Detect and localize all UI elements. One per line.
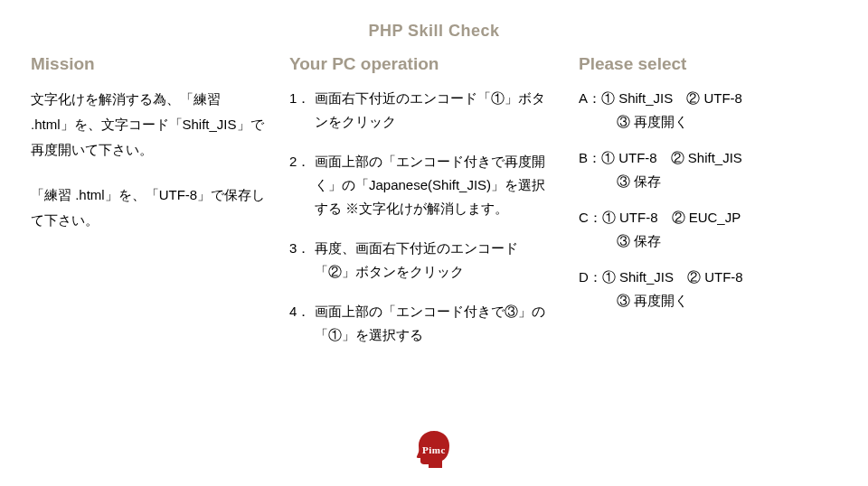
mission-paragraph: 「練習 .html」を、「UTF-8」で保存して下さい。 (31, 182, 266, 233)
option-line1: ① UTF-8 ② EUC_JP (602, 210, 741, 225)
select-option-c[interactable]: C：① UTF-8 ② EUC_JP ③ 保存 (579, 206, 841, 253)
option-line2: ③ 保存 (579, 170, 841, 193)
operations-heading: Your PC operation (289, 54, 552, 74)
page: PHP Skill Check Mission 文字化けを解消する為、「練習 .… (0, 0, 868, 486)
option-line1: ① Shift_JIS ② UTF-8 (602, 269, 743, 285)
option-line1: ① Shift_JIS ② UTF-8 (601, 90, 742, 106)
select-options-list: A：① Shift_JIS ② UTF-8 ③ 再度開く B：① UTF-8 ②… (579, 87, 841, 313)
option-line2: ③ 再度開く (579, 289, 841, 313)
select-option-b[interactable]: B：① UTF-8 ② Shift_JIS ③ 保存 (579, 146, 841, 193)
option-label: D： (579, 269, 602, 285)
operations-column: Your PC operation 画面右下付近のエンコード「①」ボタンをクリッ… (289, 54, 552, 363)
page-title: PHP Skill Check (0, 22, 868, 41)
operations-item: 画面右下付近のエンコード「①」ボタンをクリック (315, 87, 552, 134)
option-label: B： (579, 150, 601, 165)
option-line2: ③ 再度開く (579, 110, 841, 134)
option-line1: ① UTF-8 ② Shift_JIS (601, 150, 742, 165)
mission-body: 文字化けを解消する為、「練習 .html」を、文字コード「Shift_JIS」で… (31, 87, 266, 233)
pimc-head-icon: Pimc (411, 428, 457, 470)
select-option-a[interactable]: A：① Shift_JIS ② UTF-8 ③ 再度開く (579, 87, 841, 134)
select-heading: Please select (579, 54, 841, 74)
operations-item: 画面上部の「エンコード付きで再度開く」の「Japanese(Shift_JIS)… (315, 150, 552, 220)
mission-paragraph: 文字化けを解消する為、「練習 .html」を、文字コード「Shift_JIS」で… (31, 87, 266, 163)
mission-heading: Mission (31, 54, 266, 74)
operations-item: 画面上部の「エンコード付きで③」の「①」を選択する (315, 300, 552, 347)
select-option-d[interactable]: D：① Shift_JIS ② UTF-8 ③ 再度開く (579, 266, 841, 313)
operations-item: 再度、画面右下付近のエンコード「②」ボタンをクリック (315, 237, 552, 284)
mission-column: Mission 文字化けを解消する為、「練習 .html」を、文字コード「Shi… (31, 54, 266, 253)
select-column: Please select A：① Shift_JIS ② UTF-8 ③ 再度… (579, 54, 841, 325)
option-label: C： (579, 210, 602, 225)
pimc-brand-label: Pimc (411, 444, 457, 455)
option-line2: ③ 保存 (579, 229, 841, 253)
operations-list: 画面右下付近のエンコード「①」ボタンをクリック 画面上部の「エンコード付きで再度… (289, 87, 552, 347)
option-label: A： (579, 90, 601, 106)
footer: Pimc (0, 428, 868, 473)
